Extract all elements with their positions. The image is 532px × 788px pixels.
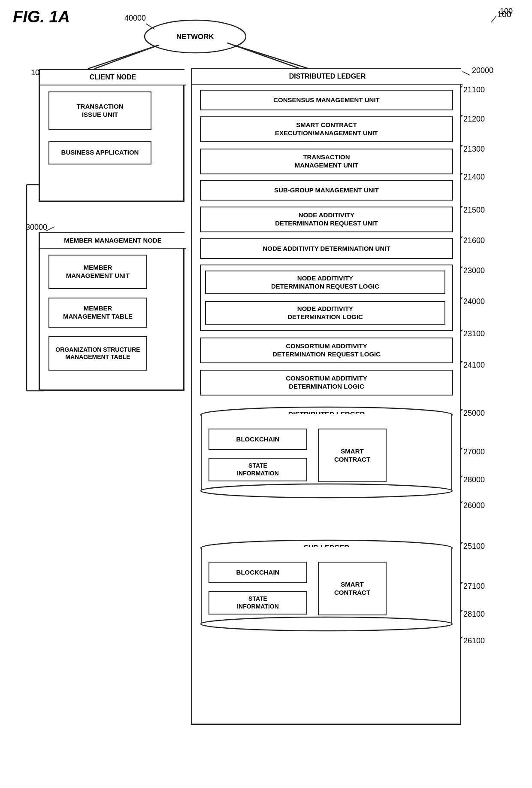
transaction-issue-unit: TRANSACTIONISSUE UNIT	[48, 91, 151, 130]
node-additivity-det-req-unit: NODE ADDITIVITYDETERMINATION REQUEST UNI…	[200, 207, 453, 232]
org-structure-mgmt-table: ORGANIZATION STRUCTUREMANAGEMENT TABLE	[48, 336, 147, 371]
member-mgmt-node-box: MEMBER MANAGEMENT NODE MEMBERMANAGEMENT …	[39, 232, 184, 391]
node-additivity-det-unit: NODE ADDITIVITY DETERMINATION UNIT	[200, 238, 453, 259]
svg-line-15	[46, 227, 54, 231]
svg-text:23100: 23100	[463, 329, 485, 338]
figure-title: FIG. 1A	[13, 8, 70, 26]
ledger1-blockchain: BLOCKCHAIN	[209, 429, 307, 450]
transaction-mgmt-unit: TRANSACTIONMANAGEMENT UNIT	[200, 149, 453, 174]
svg-text:21200: 21200	[463, 115, 485, 123]
member-mgmt-node-title: MEMBER MANAGEMENT NODE	[40, 233, 186, 249]
svg-text:26000: 26000	[463, 501, 485, 510]
svg-text:28100: 28100	[463, 610, 485, 618]
svg-line-8	[227, 43, 300, 69]
consortium-additivity-det-logic: CONSORTIUM ADDITIVITYDETERMINATION LOGIC	[200, 370, 453, 396]
distributed-ledger-outer: DISTRIBUTED LEDGER CONSENSUS MANAGEMENT …	[191, 68, 461, 725]
member-mgmt-table: MEMBERMANAGEMENT TABLE	[48, 298, 147, 328]
diagram: FIG. 1A 100 NETWORK 40000 100 10000 2000…	[0, 0, 532, 788]
node-additivity-det-logic: NODE ADDITIVITYDETERMINATION LOGIC	[205, 301, 445, 325]
client-node-box: CLIENT NODE TRANSACTIONISSUE UNIT BUSINE…	[39, 69, 184, 202]
svg-text:40000: 40000	[124, 14, 146, 22]
svg-text:21400: 21400	[463, 173, 485, 181]
svg-text:20000: 20000	[472, 66, 493, 75]
client-node-title: CLIENT NODE	[40, 70, 186, 85]
node-additivity-det-req-logic: NODE ADDITIVITYDETERMINATION REQUEST LOG…	[205, 271, 445, 294]
svg-line-5	[491, 16, 496, 22]
svg-text:21100: 21100	[463, 85, 485, 94]
node-additivity-group: NODE ADDITIVITYDETERMINATION REQUEST LOG…	[200, 265, 453, 331]
svg-point-90	[201, 484, 452, 498]
svg-line-3	[146, 24, 154, 29]
svg-text:21500: 21500	[463, 206, 485, 214]
svg-text:27100: 27100	[463, 582, 485, 590]
svg-line-6	[94, 45, 159, 69]
ledger1-smart-contract: SMARTCONTRACT	[318, 429, 387, 482]
svg-text:24100: 24100	[463, 361, 485, 369]
consortium-additivity-det-req-logic: CONSORTIUM ADDITIVITYDETERMINATION REQUE…	[200, 338, 453, 363]
svg-text:23000: 23000	[463, 266, 485, 275]
svg-point-93	[201, 617, 452, 631]
svg-text:30000: 30000	[26, 223, 47, 231]
consensus-mgmt-unit: CONSENSUS MANAGEMENT UNIT	[200, 90, 453, 110]
svg-text:24000: 24000	[463, 297, 485, 306]
svg-text:NETWORK: NETWORK	[176, 33, 215, 41]
ledger-cylinder-2: SUB-LEDGER BLOCKCHAIN STATEINFORMATION S…	[200, 539, 453, 632]
business-application: BUSINESS APPLICATION	[48, 141, 151, 164]
smart-contract-exec-mgmt-unit: SMART CONTRACTEXECUTION/MANAGEMENT UNIT	[200, 116, 453, 142]
svg-text:27000: 27000	[463, 447, 485, 456]
svg-text:26100: 26100	[463, 636, 485, 645]
sub-group-mgmt-unit: SUB-GROUP MANAGEMENT UNIT	[200, 180, 453, 201]
ledger2-state-info: STATEINFORMATION	[209, 591, 307, 615]
svg-text:28000: 28000	[463, 475, 485, 484]
svg-text:21300: 21300	[463, 145, 485, 153]
ref-100: 100	[497, 9, 511, 19]
svg-text:21600: 21600	[463, 236, 485, 245]
distributed-ledger-title: DISTRIBUTED LEDGER	[192, 69, 462, 85]
svg-text:25000: 25000	[463, 409, 485, 417]
svg-line-9	[234, 45, 309, 69]
svg-line-7	[88, 45, 159, 69]
member-mgmt-unit: MEMBERMANAGEMENT UNIT	[48, 255, 147, 289]
svg-text:25100: 25100	[463, 542, 485, 551]
ledger-cylinder-1: DISTRIBUTED LEDGER BLOCKCHAIN STATEINFOR…	[200, 406, 453, 499]
svg-point-0	[145, 20, 246, 53]
ledger2-smart-contract: SMARTCONTRACT	[318, 562, 387, 615]
svg-line-13	[461, 71, 470, 75]
ledger1-state-info: STATEINFORMATION	[209, 458, 307, 481]
ledger2-blockchain: BLOCKCHAIN	[209, 562, 307, 583]
